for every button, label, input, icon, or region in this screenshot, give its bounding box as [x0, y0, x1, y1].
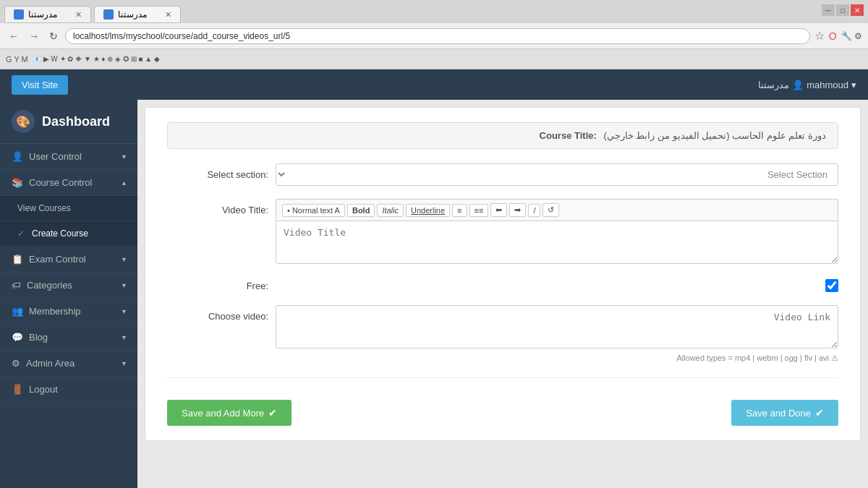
- sidebar-item-create-course[interactable]: Create Course: [0, 221, 137, 247]
- blog-icon: 💬: [12, 332, 23, 343]
- course-title-label: Course Title:: [540, 130, 597, 141]
- allowed-types: Allowed types = mp4 | webm | ogg | flv |…: [276, 354, 838, 363]
- course-title-bar: Course Title: دورة تعلم علوم الحاسب (تحم…: [167, 122, 838, 149]
- save-done-icon: ✔: [815, 407, 824, 419]
- user-icon: 👤: [792, 80, 804, 90]
- sidebar-item-view-courses[interactable]: View Courses: [0, 196, 137, 221]
- sidebar-sub-courses: View Courses Create Course: [0, 196, 137, 247]
- form-divider: [167, 377, 838, 378]
- course-title-value: دورة تعلم علوم الحاسب (تحميل الفيديو من …: [603, 130, 826, 141]
- video-title-input[interactable]: [276, 221, 838, 264]
- bookmark-icon[interactable]: ☆: [814, 29, 825, 43]
- course-control-left: 📚 Course Control: [12, 177, 92, 188]
- categories-label: Categories: [27, 280, 72, 291]
- logout-left: 🚪 Logout: [12, 384, 58, 395]
- toolbar-label: G Y M: [3, 55, 31, 64]
- blog-label: Blog: [29, 332, 48, 343]
- editor-align-right[interactable]: ➡: [509, 203, 526, 217]
- select-section-row: :Select section Select Section: [167, 163, 838, 186]
- categories-chevron: ▾: [122, 281, 126, 289]
- tab-label-1: مدرستنا: [28, 9, 57, 20]
- browser-title-bar: مدرستنا ✕ مدرستنا ✕ ─ □ ✕: [0, 0, 868, 23]
- sidebar-item-course-control[interactable]: 📚 Course Control ▴: [0, 170, 137, 196]
- choose-video-label: :Choose video: [167, 305, 268, 322]
- sidebar-item-blog[interactable]: 💬 Blog ▾: [0, 325, 137, 351]
- membership-icon: 👥: [12, 306, 23, 317]
- categories-left: 🏷 Categories: [12, 280, 72, 291]
- choose-video-row: :Choose video Allowed types = mp4 | webm…: [167, 305, 838, 363]
- browser-nav-bar: ← → ↻ localhost/lms/myschool/course/add_…: [0, 23, 868, 49]
- editor-align-left[interactable]: ⬅: [490, 203, 507, 217]
- video-title-wrap: • Normal text A Bold Italic Underline ≡ …: [276, 199, 838, 266]
- user-control-icon: 👤: [12, 151, 23, 162]
- admin-area-label: Admin Area: [26, 358, 75, 369]
- course-control-icon: 📚: [12, 177, 23, 188]
- video-link-input[interactable]: [276, 305, 838, 348]
- brand-title: Dashboard: [42, 114, 110, 129]
- blog-left: 💬 Blog: [12, 332, 48, 343]
- save-done-button[interactable]: Save and Done ✔: [731, 400, 838, 426]
- exam-control-label: Exam Control: [29, 254, 86, 265]
- minimize-button[interactable]: ─: [822, 4, 835, 16]
- tab-close-2[interactable]: ✕: [165, 10, 171, 20]
- visit-site-button[interactable]: Visit Site: [12, 75, 68, 95]
- view-courses-left: View Courses: [17, 203, 71, 213]
- save-done-label: Save and Done: [746, 408, 811, 419]
- maximize-button[interactable]: □: [836, 4, 849, 16]
- extension-icons: 🔧 ⚙: [841, 31, 862, 41]
- editor-italic[interactable]: Italic: [377, 204, 404, 217]
- user-control-chevron: ▾: [122, 153, 126, 160]
- sidebar-item-membership[interactable]: 👥 Membership ▾: [0, 299, 137, 325]
- sidebar-item-admin-area[interactable]: ⚙ Admin Area ▾: [0, 351, 137, 377]
- editor-normal-text[interactable]: • Normal text A: [282, 204, 345, 217]
- tab-label-2: مدرستنا: [118, 9, 147, 20]
- select-section-dropdown[interactable]: Select Section: [276, 163, 838, 186]
- browser-tab-1[interactable]: مدرستنا ✕: [4, 6, 91, 23]
- admin-area-chevron: ▾: [122, 359, 126, 367]
- exam-control-left: 📋 Exam Control: [12, 254, 86, 265]
- tab-close-1[interactable]: ✕: [75, 10, 82, 20]
- tab-favicon-2: [103, 9, 114, 20]
- editor-list[interactable]: ≡: [452, 204, 467, 217]
- toolbar-icons: 📧 ▶ W ✦ ✿ ❖ ▼ ★ ♦ ⊕ ◈ ✪ ⊞ ■ ▲ ◆: [33, 55, 160, 63]
- sidebar-item-logout[interactable]: 🚪 Logout: [0, 377, 137, 403]
- close-button[interactable]: ✕: [851, 4, 864, 16]
- view-courses-label: View Courses: [17, 203, 71, 213]
- browser-tab-2[interactable]: مدرستنا ✕: [94, 6, 181, 23]
- save-add-label: Save and Add More: [182, 408, 264, 419]
- admin-area-icon: ⚙: [12, 358, 20, 369]
- select-section-wrap: Select Section: [276, 163, 838, 186]
- sidebar-item-exam-control[interactable]: 📋 Exam Control ▾: [0, 247, 137, 273]
- sidebar-brand: 🎨 Dashboard: [0, 100, 137, 144]
- forward-button[interactable]: →: [26, 29, 42, 43]
- free-row: :Free: [167, 279, 838, 292]
- refresh-button[interactable]: ↻: [46, 29, 61, 43]
- user-control-left: 👤 User Control: [12, 151, 82, 162]
- sidebar-item-categories[interactable]: 🏷 Categories ▾: [0, 273, 137, 299]
- user-info: مدرستنا 👤 mahmoud ▾: [758, 80, 856, 90]
- address-bar[interactable]: localhost/lms/myschool/course/add_course…: [65, 28, 810, 44]
- user-control-label: User Control: [29, 151, 82, 162]
- choose-video-wrap: Allowed types = mp4 | webm | ogg | flv |…: [276, 305, 838, 363]
- editor-underline[interactable]: Underline: [406, 204, 450, 217]
- video-title-label: :Video Title: [167, 199, 268, 215]
- content-card: Course Title: دورة تعلم علوم الحاسب (تحم…: [145, 107, 861, 441]
- free-label: :Free: [167, 281, 268, 291]
- exam-control-chevron: ▾: [122, 255, 126, 263]
- editor-undo[interactable]: ↺: [542, 203, 559, 217]
- logout-label: Logout: [29, 384, 58, 395]
- editor-link[interactable]: /: [528, 204, 540, 217]
- sidebar-item-user-control[interactable]: 👤 User Control ▾: [0, 144, 137, 170]
- main-content: Course Title: دورة تعلم علوم الحاسب (تحم…: [137, 100, 868, 488]
- back-button[interactable]: ←: [6, 29, 22, 43]
- user-dropdown-icon[interactable]: ▾: [851, 80, 856, 90]
- editor-list-2[interactable]: ≡≡: [469, 204, 489, 217]
- free-checkbox[interactable]: [825, 279, 838, 292]
- save-add-button[interactable]: Save and Add More ✔: [167, 400, 292, 426]
- blog-chevron: ▾: [122, 333, 126, 341]
- free-checkbox-wrap: [268, 279, 838, 292]
- sidebar: 🎨 Dashboard 👤 User Control ▾ 📚 Course Co…: [0, 100, 137, 488]
- editor-bold[interactable]: Bold: [347, 204, 375, 217]
- admin-area-left: ⚙ Admin Area: [12, 358, 75, 369]
- tab-favicon-1: [14, 9, 24, 20]
